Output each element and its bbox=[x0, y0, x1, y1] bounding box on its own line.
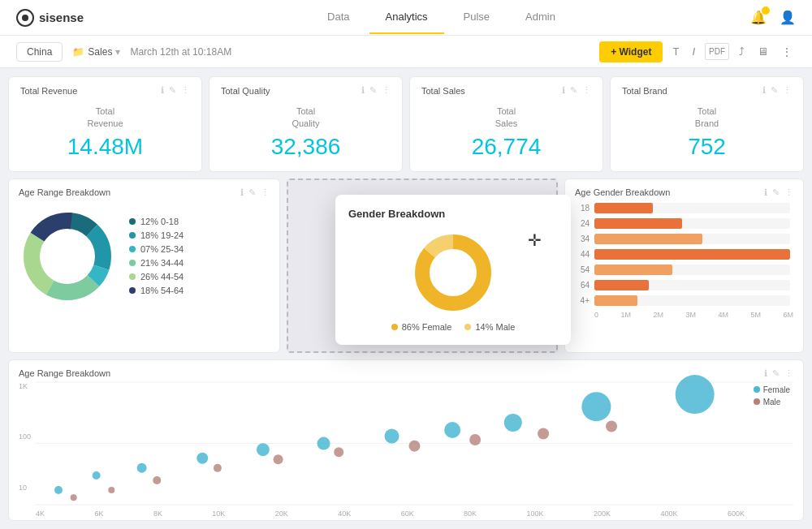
bar-row-18: 18 bbox=[575, 203, 790, 213]
logo-icon bbox=[16, 9, 34, 27]
toolbar-right: + Widget T I PDF ⤴ 🖥 ⋮ bbox=[599, 41, 796, 62]
svg-point-16 bbox=[54, 486, 63, 494]
notification-icon[interactable]: 🔔 bbox=[750, 10, 767, 25]
bar-x-axis: 0 1M 2M 3M 4M 5M 6M bbox=[575, 311, 793, 319]
female-label: 86% Female bbox=[402, 322, 452, 332]
folder-btn[interactable]: 📁 Sales ▾ bbox=[72, 46, 120, 58]
pdf-icon[interactable]: PDF bbox=[705, 43, 729, 60]
gender-modal-title: Gender Breakdown bbox=[348, 208, 558, 220]
folder-icon: 📁 bbox=[72, 46, 84, 58]
edit-icon-0[interactable]: ✎ bbox=[169, 85, 176, 96]
svg-point-26 bbox=[676, 375, 715, 414]
more-icon-sc[interactable]: ⋮ bbox=[784, 368, 793, 379]
notification-badge bbox=[762, 6, 770, 15]
bar-row-54: 54 bbox=[575, 264, 790, 275]
monitor-icon[interactable]: 🖥 bbox=[754, 42, 771, 61]
bar-row-44: 44 bbox=[575, 249, 790, 260]
bar-chart-inner: 18 24 34 44 bbox=[575, 203, 793, 306]
legend-item-4: 26% 44-54 bbox=[129, 272, 184, 282]
edit-icon-1[interactable]: ✎ bbox=[369, 85, 377, 96]
info-icon-2[interactable]: ℹ bbox=[562, 85, 565, 96]
svg-point-32 bbox=[334, 447, 343, 457]
more-icon-3[interactable]: ⋮ bbox=[783, 85, 792, 96]
age-range-title: Age Range Breakdown bbox=[19, 187, 110, 197]
share-icon[interactable]: ⤴ bbox=[736, 42, 748, 61]
scatter-y-axis: 1K 100 10 bbox=[19, 382, 36, 505]
svg-point-35 bbox=[538, 428, 549, 439]
logo: sisense bbox=[16, 9, 84, 27]
nav-data[interactable]: Data bbox=[311, 1, 365, 34]
bar-row-64: 64 bbox=[575, 280, 790, 290]
donut-chart bbox=[19, 208, 116, 305]
info-icon-age[interactable]: ℹ bbox=[240, 187, 244, 198]
svg-point-1 bbox=[22, 15, 28, 21]
more-icon-ag[interactable]: ⋮ bbox=[784, 187, 793, 198]
info-icon-ag[interactable]: ℹ bbox=[764, 187, 767, 198]
edit-icon-age[interactable]: ✎ bbox=[248, 187, 256, 198]
kpi-total-sales: Total Sales ℹ ✎ ⋮ TotalSales 26,774 bbox=[409, 76, 603, 172]
gender-donut-chart bbox=[408, 228, 498, 317]
svg-point-23 bbox=[444, 422, 460, 438]
svg-point-9 bbox=[43, 232, 92, 281]
gender-modal[interactable]: ✛ Gender Breakdown 86% Female bbox=[335, 195, 571, 345]
bar-row-34: 34 bbox=[575, 234, 790, 244]
italic-icon[interactable]: I bbox=[689, 42, 698, 61]
kpi-label-quality: TotalQuality bbox=[292, 105, 319, 131]
edit-icon-3[interactable]: ✎ bbox=[771, 85, 778, 96]
svg-point-17 bbox=[93, 471, 101, 480]
svg-point-30 bbox=[214, 464, 222, 472]
move-cursor-icon: ✛ bbox=[528, 230, 542, 250]
info-icon-3[interactable]: ℹ bbox=[762, 85, 766, 96]
more-icon-2[interactable]: ⋮ bbox=[582, 85, 591, 96]
info-icon-1[interactable]: ℹ bbox=[361, 85, 365, 96]
female-legend-sc: Female bbox=[763, 385, 790, 394]
svg-point-29 bbox=[153, 476, 161, 484]
nav-admin[interactable]: Admin bbox=[509, 1, 572, 34]
toolbar: China 📁 Sales ▾ March 12th at 10:18AM + … bbox=[0, 36, 812, 68]
text-icon[interactable]: T bbox=[669, 42, 682, 61]
more-icon-age[interactable]: ⋮ bbox=[261, 187, 270, 198]
svg-point-33 bbox=[409, 440, 421, 451]
legend-item-2: 07% 25-34 bbox=[129, 244, 184, 254]
kpi-total-revenue: Total Revenue ℹ ✎ ⋮ TotalRevenue 14.48M bbox=[8, 76, 202, 172]
kpi-label-brand: TotalBrand bbox=[695, 105, 719, 131]
nav-pulse[interactable]: Pulse bbox=[447, 1, 507, 34]
more-icon-0[interactable]: ⋮ bbox=[181, 85, 190, 96]
male-label: 14% Male bbox=[475, 322, 515, 332]
nav-analytics[interactable]: Analytics bbox=[369, 1, 444, 34]
top-nav: sisense Data Analytics Pulse Admin 🔔 👤 bbox=[0, 0, 812, 36]
age-gender-card: Age Gender Breakdown ℹ ✎ ⋮ 18 24 bbox=[564, 178, 804, 353]
legend-item-3: 21% 34-44 bbox=[129, 258, 184, 268]
kpi-title-quality: Total Quality bbox=[221, 86, 270, 96]
dashboard: Total Revenue ℹ ✎ ⋮ TotalRevenue 14.48M … bbox=[0, 68, 812, 529]
kpi-label-sales: TotalSales bbox=[495, 105, 518, 131]
svg-point-31 bbox=[274, 454, 283, 464]
nav-links: Data Analytics Pulse Admin bbox=[132, 1, 750, 34]
svg-point-20 bbox=[257, 443, 270, 456]
info-icon-0[interactable]: ℹ bbox=[161, 85, 164, 96]
svg-point-34 bbox=[469, 434, 481, 445]
chevron-icon: ▾ bbox=[115, 46, 120, 58]
more-icon[interactable]: ⋮ bbox=[778, 42, 796, 62]
widget-btn[interactable]: + Widget bbox=[599, 41, 663, 62]
more-icon-1[interactable]: ⋮ bbox=[382, 85, 391, 96]
gender-modal-legend: 86% Female 14% Male bbox=[391, 322, 516, 332]
legend-item-1: 18% 19-24 bbox=[129, 230, 184, 240]
edit-icon-sc[interactable]: ✎ bbox=[772, 368, 780, 379]
svg-point-25 bbox=[581, 392, 611, 421]
breadcrumb-btn[interactable]: China bbox=[16, 42, 63, 62]
info-icon-sc[interactable]: ℹ bbox=[764, 368, 767, 379]
kpi-total-quality: Total Quality ℹ ✎ ⋮ TotalQuality 32,386 bbox=[209, 76, 403, 172]
edit-icon-ag[interactable]: ✎ bbox=[772, 187, 780, 198]
kpi-total-brand: Total Brand ℹ ✎ ⋮ TotalBrand 752 bbox=[610, 76, 804, 172]
user-icon[interactable]: 👤 bbox=[780, 10, 796, 25]
svg-point-12 bbox=[432, 252, 474, 294]
kpi-label-revenue: TotalRevenue bbox=[87, 105, 123, 131]
scatter-plot bbox=[36, 382, 793, 505]
scatter-card: Age Range Breakdown ℹ ✎ ⋮ 1K 100 10 bbox=[8, 359, 804, 521]
edit-icon-2[interactable]: ✎ bbox=[570, 85, 577, 96]
svg-point-19 bbox=[197, 453, 208, 464]
kpi-title-sales: Total Sales bbox=[421, 86, 465, 96]
svg-point-28 bbox=[108, 487, 114, 493]
svg-point-18 bbox=[137, 463, 147, 473]
